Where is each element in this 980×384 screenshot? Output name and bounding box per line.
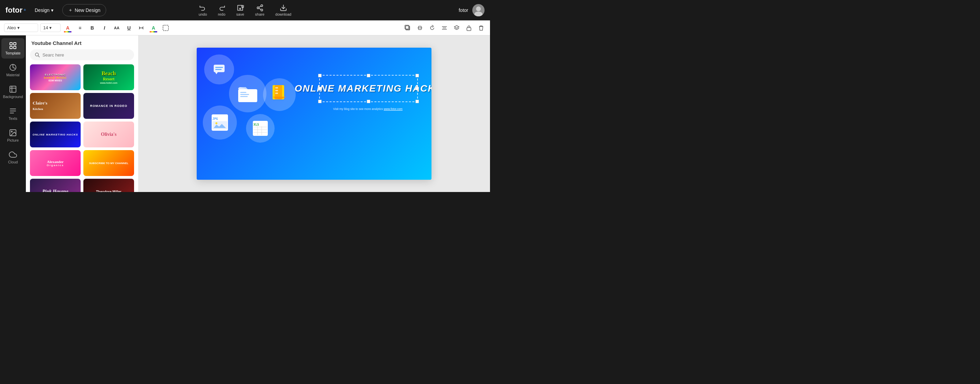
resize-handle-br[interactable] <box>415 100 419 103</box>
search-icon <box>35 52 40 57</box>
plus-icon: ＋ <box>68 7 73 13</box>
svg-line-29 <box>38 56 40 57</box>
logo: fotor® <box>5 6 26 14</box>
bold-icon: B <box>91 25 94 31</box>
svg-rect-45 <box>275 92 278 94</box>
user-name: fotor <box>459 8 468 13</box>
resize-handle-tr[interactable] <box>415 74 419 77</box>
svg-point-7 <box>476 6 481 11</box>
template-card[interactable]: SUBSCRIBE TO MY CHANNEL <box>83 150 134 176</box>
icon-circle-jpg: JPG <box>203 105 237 140</box>
svg-text:XLS: XLS <box>253 123 259 126</box>
text-selection-box[interactable]: ONLINE MARKETING HACKS <box>319 75 418 102</box>
template-card[interactable]: ELECTRONIC DANCE MUSIC EDM MIXES <box>30 64 81 90</box>
sidebar-item-material[interactable]: Material <box>2 60 24 80</box>
aa-icon: AA <box>114 26 119 30</box>
avatar <box>472 4 485 16</box>
delete-button[interactable] <box>476 23 486 33</box>
text-color-button[interactable]: A <box>63 23 73 33</box>
undo-button[interactable]: undo <box>199 4 207 16</box>
save-button[interactable]: save <box>236 4 244 16</box>
svg-point-3 <box>261 9 263 11</box>
bold-button[interactable]: B <box>87 23 97 33</box>
svg-point-27 <box>11 131 12 132</box>
icon-circle-chat <box>204 54 234 84</box>
sidebar-item-template[interactable]: Template <box>2 38 24 59</box>
canvas-sub-text: Visit my blog site to see more analytics… <box>318 107 417 111</box>
font-size-value: 14 <box>43 25 48 30</box>
resize-handle-bl[interactable] <box>318 100 321 103</box>
template-card[interactable]: ONLINE MARKETING HACKS <box>30 121 81 147</box>
text-size-toggle[interactable]: AA <box>111 23 122 33</box>
resize-handle-tm[interactable] <box>367 74 370 77</box>
underline-button[interactable]: U <box>124 23 134 33</box>
search-input[interactable] <box>43 53 129 57</box>
svg-rect-22 <box>10 46 12 49</box>
sidebar-label-template: Template <box>5 51 21 55</box>
duplicate-button[interactable] <box>403 23 412 33</box>
canvas-area: JPG <box>138 35 490 192</box>
topbar-center: undo redo save share <box>199 4 291 16</box>
template-card[interactable]: Alexander Organics <box>30 150 81 176</box>
resize-handle-bm[interactable] <box>367 100 370 103</box>
new-design-button[interactable]: ＋ New Design <box>62 4 106 16</box>
highlight-color-button[interactable]: A <box>148 23 159 33</box>
svg-rect-34 <box>240 92 247 93</box>
sidebar-item-picture[interactable]: Picture <box>2 125 24 146</box>
text-align-button[interactable]: ≡ <box>75 23 85 33</box>
rotate-button[interactable] <box>427 23 437 33</box>
panel-title: Youtube Channel Art <box>26 35 138 49</box>
canvas: JPG <box>197 48 431 180</box>
sidebar-item-texts[interactable]: Texts <box>2 104 24 124</box>
icon-circle-xls: XLS <box>246 114 275 143</box>
font-size-selector[interactable]: 14 ▾ <box>40 24 60 32</box>
picture-icon <box>9 129 17 137</box>
lock-button[interactable] <box>464 23 474 33</box>
resize-handle-mr[interactable] <box>415 87 419 90</box>
text-icon <box>9 107 17 115</box>
sidebar-label-texts: Texts <box>8 116 18 121</box>
italic-icon: I <box>104 25 105 31</box>
canvas-main-text: ONLINE MARKETING HACKS <box>295 83 431 94</box>
share-button[interactable]: share <box>255 4 265 16</box>
svg-point-1 <box>261 5 263 6</box>
sidebar-item-background[interactable]: Background <box>2 82 24 102</box>
svg-point-8 <box>474 11 482 16</box>
redo-button[interactable]: redo <box>218 4 225 16</box>
svg-rect-43 <box>275 87 278 89</box>
text-align-center-button[interactable] <box>440 23 449 33</box>
svg-point-40 <box>215 122 218 124</box>
chevron-down-icon: ▾ <box>18 25 20 30</box>
template-card[interactable]: Theodore Miller <box>83 179 134 192</box>
background-icon <box>9 85 17 93</box>
svg-rect-39 <box>212 121 227 129</box>
template-card[interactable]: Pink Havana <box>30 179 81 192</box>
template-card[interactable]: Beach Resort www.hotel.com <box>83 64 134 90</box>
download-button[interactable]: download <box>275 4 291 16</box>
italic-button[interactable]: I <box>99 23 110 33</box>
resize-handle-ml[interactable] <box>318 87 321 90</box>
svg-line-5 <box>259 6 261 7</box>
resize-handle-tl[interactable] <box>318 74 321 77</box>
text-toolbar: Aleo ▾ 14 ▾ A ≡ B I AA U A <box>0 21 490 35</box>
search-box[interactable] <box>30 49 134 60</box>
svg-line-4 <box>259 8 261 10</box>
share-label: share <box>255 12 265 16</box>
download-label: download <box>275 12 291 16</box>
template-card[interactable]: Claire'sKitchen <box>30 93 81 119</box>
text-bg-button[interactable] <box>161 23 171 33</box>
canvas-sub-link: www.fotor.com <box>384 107 402 111</box>
sidebar-item-cloud[interactable]: Cloud <box>2 147 24 167</box>
svg-rect-9 <box>163 25 169 31</box>
template-card[interactable]: Olivia's <box>83 121 134 147</box>
svg-rect-23 <box>14 46 16 49</box>
letter-spacing-button[interactable] <box>136 23 146 33</box>
svg-rect-44 <box>275 90 278 91</box>
font-family-selector[interactable]: Aleo ▾ <box>4 24 38 32</box>
layers-button[interactable] <box>452 23 461 33</box>
design-button[interactable]: Design ▾ <box>31 5 57 15</box>
sidebar-label-picture: Picture <box>7 138 19 142</box>
align-button[interactable] <box>415 23 425 33</box>
cloud-icon <box>9 150 17 159</box>
template-card[interactable]: ROMANCE IN RODEO <box>83 93 134 119</box>
